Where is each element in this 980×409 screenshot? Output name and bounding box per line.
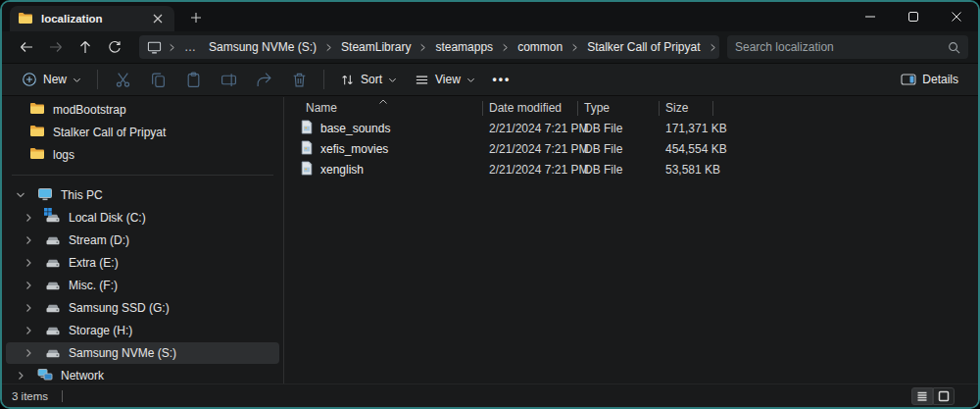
search-input[interactable] <box>735 40 948 54</box>
window-controls <box>849 2 978 31</box>
file-size: 171,371 KB <box>660 122 713 135</box>
breadcrumb-item[interactable]: Samsung NVMe (S:) <box>203 38 322 56</box>
more-options-icon[interactable]: ••• <box>485 67 518 92</box>
copy-icon[interactable] <box>141 67 174 92</box>
file-size: 53,581 KB <box>660 163 713 177</box>
chevron-down-icon <box>388 76 397 84</box>
view-button[interactable]: View <box>407 68 483 92</box>
chevron-right-icon[interactable] <box>20 258 37 268</box>
column-header-size[interactable]: Size <box>660 101 713 116</box>
file-size: 454,554 KB <box>660 142 713 156</box>
chevron-right-icon[interactable] <box>20 213 37 223</box>
refresh-icon[interactable] <box>100 34 129 60</box>
back-icon[interactable] <box>12 34 41 60</box>
search-box[interactable] <box>727 35 968 59</box>
chevron-right-icon <box>570 43 579 52</box>
chevron-right-icon[interactable] <box>20 281 37 290</box>
breadcrumb-item[interactable]: steamapps <box>429 38 499 56</box>
this-pc-icon <box>37 186 53 205</box>
chevron-right-icon[interactable] <box>20 235 37 245</box>
breadcrumb-item[interactable]: common <box>512 38 568 56</box>
tab-title: localization <box>41 13 141 25</box>
breadcrumb-segment: common <box>512 38 581 56</box>
status-bar: 3 items <box>2 383 978 407</box>
sidebar-item-drive[interactable]: Storage (H:) <box>6 320 279 341</box>
minimize-icon[interactable] <box>849 3 892 30</box>
drive-icon <box>45 278 61 293</box>
sidebar-item-this-pc[interactable]: This PC <box>6 184 279 206</box>
column-headers: Name Date modified Type Size <box>284 99 978 118</box>
column-header-date-modified[interactable]: Date modified <box>483 101 578 116</box>
new-tab-icon[interactable] <box>184 6 208 29</box>
large-icons-view-icon[interactable] <box>933 387 955 405</box>
sidebar-item-folder[interactable]: logs <box>6 144 279 166</box>
chevron-right-icon <box>418 43 427 52</box>
column-header-name[interactable]: Name <box>300 101 483 116</box>
breadcrumb-segment: Stalker Call of Pripyat <box>581 38 718 56</box>
details-view-icon[interactable] <box>911 387 933 405</box>
network-icon <box>37 367 53 384</box>
tab-bar: localization <box>2 2 978 31</box>
chevron-right-icon[interactable] <box>20 303 37 313</box>
command-toolbar: New Sort View <box>2 63 978 96</box>
file-name-cell: base_sounds <box>300 120 483 137</box>
chevron-right-icon[interactable] <box>20 326 37 335</box>
folder-icon <box>29 146 45 165</box>
close-icon[interactable] <box>935 3 978 30</box>
paste-icon[interactable] <box>176 67 210 92</box>
breadcrumb-item[interactable]: Stalker Call of Pripyat <box>581 38 706 56</box>
new-button[interactable]: New <box>14 67 89 92</box>
sidebar-separator <box>12 175 273 176</box>
sidebar-item-network[interactable]: Network <box>6 365 279 383</box>
sidebar-item-drive[interactable]: Stream (D:) <box>6 230 279 251</box>
sidebar-item-drive[interactable]: Local Disk (C:) <box>6 207 279 229</box>
search-icon[interactable] <box>948 41 960 54</box>
breadcrumb[interactable]: … Samsung NVMe (S:) SteamLibrary steamap… <box>139 35 719 59</box>
up-icon[interactable] <box>71 34 100 60</box>
db-file-icon <box>300 120 314 137</box>
sidebar-item-drive[interactable]: Misc. (F:) <box>6 275 279 296</box>
sidebar-item-drive[interactable]: Samsung SSD (G:) <box>6 297 279 319</box>
sidebar-item-folder[interactable]: modBootstrap <box>6 99 279 121</box>
column-header-type[interactable]: Type <box>578 101 660 116</box>
address-bar: … Samsung NVMe (S:) SteamLibrary steamap… <box>2 31 978 63</box>
share-icon[interactable] <box>247 67 280 92</box>
file-rows: base_sounds 2/21/2024 7:21 PM DB File 17… <box>284 118 978 179</box>
forward-icon[interactable] <box>41 34 71 60</box>
file-list-pane: Name Date modified Type Size base_sounds… <box>284 97 978 383</box>
view-toggles <box>911 387 955 405</box>
folder-icon <box>18 11 33 26</box>
sidebar-item-drive[interactable]: Samsung NVMe (S:) <box>6 342 279 364</box>
maximize-icon[interactable] <box>892 3 935 30</box>
breadcrumb-overflow[interactable]: … <box>178 40 203 54</box>
file-type: DB File <box>578 122 660 135</box>
plus-circle-icon <box>22 72 37 87</box>
db-file-icon <box>300 140 314 158</box>
tab-close-icon[interactable] <box>149 10 167 27</box>
chevron-right-icon <box>501 43 510 52</box>
breadcrumb-item[interactable]: SteamLibrary <box>335 38 416 56</box>
navigation-pane: modBootstrap Stalker Call of Pripyat log… <box>2 97 284 383</box>
cut-icon[interactable] <box>106 67 139 92</box>
rename-icon[interactable] <box>212 67 245 92</box>
file-type: DB File <box>578 163 660 177</box>
sidebar-item-folder[interactable]: Stalker Call of Pripyat <box>6 122 279 143</box>
file-type: DB File <box>578 142 660 156</box>
sort-button[interactable]: Sort <box>332 68 405 92</box>
sidebar-item-drive[interactable]: Extra (E:) <box>6 252 279 274</box>
table-row[interactable]: base_sounds 2/21/2024 7:21 PM DB File 17… <box>284 118 978 138</box>
table-row[interactable]: xenglish 2/21/2024 7:21 PM DB File 53,58… <box>284 159 978 179</box>
drive-icon <box>45 323 61 338</box>
folder-icon <box>29 124 45 142</box>
table-row[interactable]: xefis_movies 2/21/2024 7:21 PM DB File 4… <box>284 138 978 159</box>
details-pane-button[interactable]: Details <box>893 67 966 92</box>
explorer-tab[interactable]: localization <box>10 6 174 31</box>
chevron-down-icon[interactable] <box>12 190 29 200</box>
details-pane-icon <box>901 72 916 87</box>
chevron-right-icon[interactable] <box>12 371 29 381</box>
delete-icon[interactable] <box>282 67 316 92</box>
drive-icon <box>45 300 61 316</box>
chevron-right-icon <box>324 43 333 52</box>
windows-logo-overlay <box>44 208 52 216</box>
chevron-right-icon[interactable] <box>20 348 37 358</box>
